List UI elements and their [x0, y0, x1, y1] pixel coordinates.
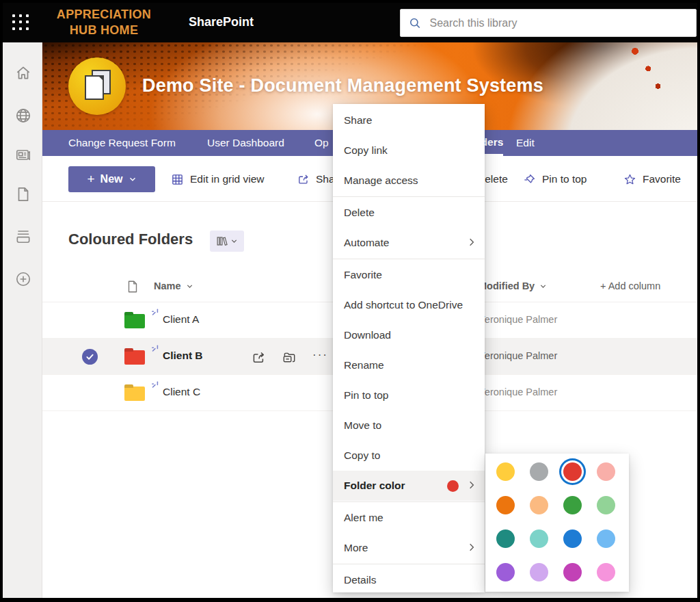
modified-by-value[interactable]: Veronique Palmer: [479, 314, 557, 325]
menu-item-copy-to[interactable]: Copy to: [333, 441, 485, 471]
menu-item-folder-color[interactable]: Folder color: [333, 471, 485, 501]
nav-tab-edit[interactable]: Edit: [516, 130, 535, 156]
menu-item-automate[interactable]: Automate: [333, 228, 485, 258]
folder-icon-red[interactable]: [124, 350, 145, 365]
menu-item-move-to[interactable]: Move to: [333, 410, 485, 441]
chevron-right-icon: [467, 542, 476, 552]
share-icon[interactable]: [251, 350, 266, 365]
add-column-button[interactable]: + Add column: [600, 280, 660, 291]
menu-item-label: Favorite: [344, 269, 382, 281]
menu-item-manage-access[interactable]: Manage access: [333, 166, 485, 196]
sharepoint-app: APPRECIATION HUB HOME SharePoint: [3, 3, 697, 598]
name-column-label: Name: [154, 280, 181, 291]
news-icon[interactable]: [14, 146, 32, 164]
color-swatch-light-teal[interactable]: [530, 529, 548, 548]
check-icon: [85, 352, 94, 361]
new-button-label: New: [100, 173, 123, 185]
chevron-down-icon: [186, 283, 193, 290]
menu-item-rename[interactable]: Rename: [333, 350, 485, 380]
modified-by-value[interactable]: Veronique Palmer: [479, 387, 557, 397]
more-actions-icon[interactable]: ···: [312, 348, 328, 367]
menu-item-alert-me[interactable]: Alert me: [333, 503, 485, 533]
sharepoint-logo-text[interactable]: SharePoint: [189, 15, 254, 29]
folder-color-picker: [485, 454, 629, 592]
pin-to-top-button[interactable]: Pin to top: [523, 170, 587, 189]
search-box[interactable]: [400, 9, 697, 37]
chevron-right-icon: [467, 237, 476, 247]
item-name-link[interactable]: Client B: [163, 350, 203, 362]
color-swatch-blue[interactable]: [563, 529, 582, 548]
menu-item-copy-link[interactable]: Copy link: [333, 135, 485, 166]
file-type-column-icon[interactable]: [125, 279, 140, 294]
menu-item-label: Folder color: [344, 480, 405, 492]
modified-by-value[interactable]: Veronique Palmer: [479, 350, 557, 361]
color-swatch-light-pink[interactable]: [597, 563, 615, 581]
menu-item-add-shortcut-onedrive[interactable]: Add shortcut to OneDrive: [333, 290, 485, 320]
favorite-label: Favorite: [643, 173, 681, 185]
menu-divider: [333, 196, 485, 197]
menu-item-details[interactable]: Details: [333, 565, 485, 595]
menu-item-pin-to-top[interactable]: Pin to top: [333, 380, 485, 410]
new-button[interactable]: + New: [68, 166, 155, 192]
column-header-name[interactable]: Name: [154, 280, 193, 291]
new-item-glimmer-icon: [151, 344, 161, 354]
menu-divider: [333, 259, 485, 259]
folder-icon-green[interactable]: [124, 314, 145, 328]
color-swatch-peach[interactable]: [530, 496, 548, 514]
edit-grid-view-button[interactable]: Edit in grid view: [171, 170, 265, 189]
menu-item-label: Pin to top: [344, 389, 389, 402]
color-swatch-teal[interactable]: [496, 529, 515, 548]
create-icon[interactable]: [14, 270, 32, 288]
globe-icon[interactable]: [14, 107, 32, 125]
menu-item-share[interactable]: Share: [333, 105, 485, 135]
color-swatch-light-blue[interactable]: [597, 529, 615, 548]
color-swatch-light-purple[interactable]: [530, 563, 548, 581]
color-swatch-salmon[interactable]: [597, 462, 615, 481]
plus-icon: +: [87, 172, 94, 187]
color-swatch-green[interactable]: [563, 496, 582, 514]
favorite-button[interactable]: Favorite: [623, 170, 681, 189]
site-logo[interactable]: [68, 57, 126, 115]
copy-link-icon[interactable]: [282, 350, 297, 365]
nav-tab-op[interactable]: Op: [314, 130, 329, 156]
color-swatch-purple[interactable]: [496, 563, 515, 581]
new-item-glimmer-icon: [151, 380, 161, 391]
menu-divider: [333, 564, 485, 564]
color-swatch-orange[interactable]: [496, 496, 515, 514]
color-swatch-gray[interactable]: [530, 462, 548, 481]
chevron-down-icon: [539, 283, 547, 290]
logo-page-front-icon: [85, 75, 104, 100]
color-swatch-magenta[interactable]: [563, 563, 582, 581]
lists-icon[interactable]: [14, 227, 32, 245]
item-name-link[interactable]: Client A: [163, 313, 199, 326]
home-icon[interactable]: [14, 64, 32, 82]
row-selected-checkbox[interactable]: [82, 349, 98, 365]
color-swatch-light-green[interactable]: [597, 496, 615, 514]
menu-item-label: Copy to: [344, 449, 380, 462]
menu-item-delete[interactable]: Delete: [333, 198, 485, 228]
menu-item-favorite[interactable]: Favorite: [333, 260, 485, 290]
brand-line1: APPRECIATION: [42, 7, 165, 23]
color-swatch-yellow[interactable]: [496, 462, 515, 481]
column-header-modified-by[interactable]: Modified By: [479, 280, 547, 291]
color-swatch-red-selected[interactable]: [563, 462, 582, 481]
nav-tab-change-request-form[interactable]: Change Request Form: [68, 130, 176, 156]
menu-divider: [333, 501, 485, 502]
hub-home-link[interactable]: APPRECIATION HUB HOME: [42, 7, 165, 39]
document-icon[interactable]: [14, 185, 32, 203]
app-launcher-icon[interactable]: [12, 14, 30, 31]
nav-tab-user-dashboard[interactable]: User Dashboard: [207, 130, 284, 156]
menu-item-download[interactable]: Download: [333, 320, 485, 350]
add-column-label: + Add column: [600, 280, 660, 291]
menu-item-more[interactable]: More: [333, 533, 485, 563]
current-folder-color-swatch: [447, 480, 459, 492]
menu-item-label: Copy link: [344, 144, 388, 157]
row-hover-actions: ···: [251, 348, 328, 367]
menu-item-label: More: [344, 542, 368, 554]
search-input[interactable]: [430, 17, 688, 29]
view-selector[interactable]: [210, 231, 244, 252]
item-name-link[interactable]: Client C: [163, 386, 200, 398]
folder-icon-yellow[interactable]: [124, 387, 145, 401]
item-context-menu: Share Copy link Manage access Delete Aut…: [333, 104, 485, 592]
library-title: Coloured Folders: [68, 231, 193, 248]
